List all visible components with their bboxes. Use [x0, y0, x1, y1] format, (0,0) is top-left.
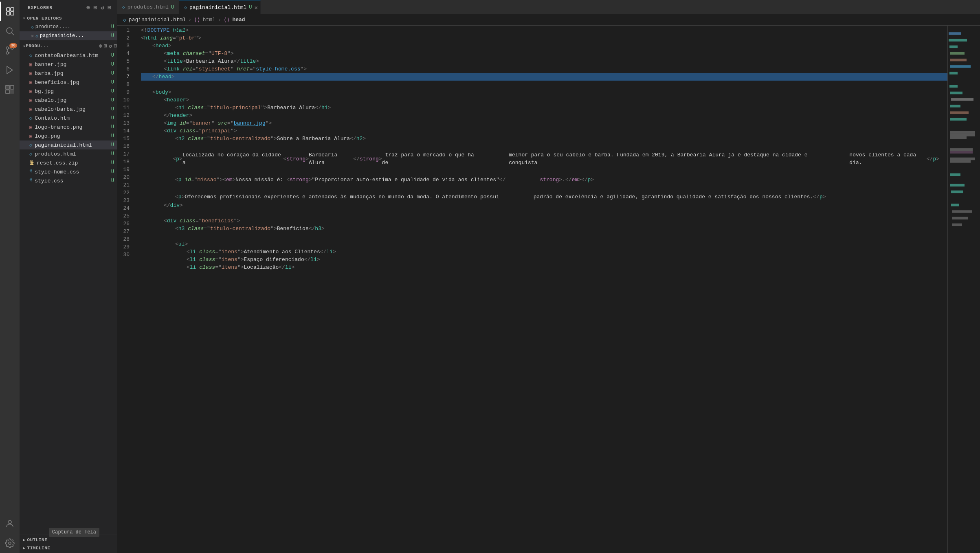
tooltip-bottom: Captura de Tela: [49, 528, 99, 537]
project-collapse-icon[interactable]: ⊟: [114, 43, 117, 49]
code-line-30: <li class="itens">Localização</li>: [141, 263, 947, 271]
account-activity-icon[interactable]: [0, 514, 20, 533]
activity-bar: 30: [0, 0, 20, 553]
code-line-4: <meta charset="UTF-8">: [141, 50, 947, 57]
tree-item-produtos[interactable]: ◇ produtos.html U: [20, 149, 117, 158]
run-activity-icon[interactable]: [0, 60, 20, 80]
tab-paginainicial[interactable]: ◇ paginainicial.html U ✕: [179, 0, 261, 14]
tree-item-contato[interactable]: ◇ contatoBarbearia.htm U: [20, 51, 117, 60]
open-editor-produtos[interactable]: ◇ produtos.... U: [20, 22, 117, 31]
code-line-3: <head>: [141, 42, 947, 50]
code-line-12: </header>: [141, 112, 947, 119]
svg-rect-20: [950, 65, 971, 68]
code-line-15: <h2 class="titulo-centralizado">Sobre a …: [141, 135, 947, 143]
tree-item-beneficios[interactable]: ▣ beneficios.jpg U: [20, 78, 117, 87]
breadcrumb-sep1: ›: [188, 17, 191, 23]
sidebar-header-icons: ⊕ ⊞ ↺ ⊟: [86, 3, 112, 12]
tree-item-cabelo[interactable]: ▣ cabelo.jpg U: [20, 96, 117, 105]
code-line-24: <div class="beneficios">: [141, 217, 947, 225]
tree-item-banner-modified: U: [111, 61, 114, 67]
ln-29: 29: [117, 243, 133, 251]
open-editor-pagina-modified: U: [111, 33, 114, 39]
ln-3: 3: [117, 42, 133, 50]
code-line-6: <link rel="stylesheet" href="style-home.…: [141, 65, 947, 73]
project-new-folder-icon[interactable]: ⊞: [104, 43, 107, 49]
file-img-icon-cabelo-barba: ▣: [29, 106, 32, 112]
tree-item-reset-name: reset.css.zip: [37, 160, 78, 166]
tree-item-banner[interactable]: ▣ banner.jpg U: [20, 60, 117, 69]
explorer-activity-icon[interactable]: [0, 2, 20, 21]
tree-item-paginainicial[interactable]: ◇ paginainicial.html U: [20, 140, 117, 149]
ln-25: 25: [117, 212, 133, 220]
tree-item-paginainicial-name: paginainicial.html: [35, 142, 92, 148]
code-line-27: <ul>: [141, 240, 947, 248]
code-line-19: <p id="missao"><em>Nossa missão é: <stro…: [141, 175, 947, 184]
timeline-section[interactable]: ▶ TIMELINE: [20, 544, 117, 552]
tree-item-style-home-name: style-home.css: [35, 169, 79, 175]
close-pagina-icon[interactable]: ✕: [31, 33, 34, 39]
svg-rect-18: [950, 52, 965, 55]
code-line-21: <p>Oferecemos profissionais experientes …: [141, 192, 947, 202]
ln-17: 17: [117, 150, 133, 158]
svg-rect-33: [950, 158, 975, 160]
file-icon-produtos: ◇: [31, 24, 34, 30]
source-control-activity-icon[interactable]: 30: [0, 41, 20, 60]
open-editors-header[interactable]: ▾ OPEN EDITORS: [20, 14, 117, 22]
project-folder-header[interactable]: ▾ PRODU... ⊕ ⊞ ↺ ⊟: [20, 41, 117, 51]
code-line-11: <h1 class="titulo-principal">Barbearia A…: [141, 104, 947, 112]
tree-item-reset[interactable]: 🗜 reset.css.zip U: [20, 158, 117, 167]
svg-rect-16: [949, 39, 967, 41]
code-line-2: <html lang="pt-br">: [141, 34, 947, 42]
tree-item-cabelo-modified: U: [111, 97, 114, 103]
tree-item-logo-branco[interactable]: ▣ logo-branco.png U: [20, 123, 117, 132]
tree-item-cabelo-barba[interactable]: ▣ cabelo+barba.jpg U: [20, 105, 117, 114]
code-area[interactable]: <!DOCTYPE html> <html lang="pt-br"> <hea…: [138, 26, 947, 553]
svg-rect-10: [6, 90, 9, 94]
open-editor-pagina[interactable]: ✕ ◇ paginainicie... U: [20, 31, 117, 40]
tree-item-style-home[interactable]: # style-home.css U: [20, 167, 117, 176]
outline-label: OUTLINE: [27, 538, 48, 542]
collapse-icon[interactable]: ⊟: [107, 3, 112, 12]
new-folder-icon[interactable]: ⊞: [93, 3, 98, 12]
file-img-icon-bg: ▣: [29, 88, 32, 94]
code-line-10: <header>: [141, 96, 947, 104]
tree-item-barba[interactable]: ▣ barba.jpg U: [20, 69, 117, 78]
svg-rect-21: [949, 72, 958, 74]
ln-26: 26: [117, 220, 133, 228]
tab-paginainicial-close[interactable]: ✕: [255, 4, 258, 11]
refresh-icon[interactable]: ↺: [100, 3, 105, 12]
line-numbers: 1 2 3 4 5 6 7 8 9 10 11 12 13 14 15 16 1…: [117, 26, 138, 553]
breadcrumb-html[interactable]: html: [203, 17, 215, 23]
ln-8: 8: [117, 81, 133, 88]
breadcrumb-head[interactable]: head: [232, 17, 245, 23]
project-refresh-icon[interactable]: ↺: [109, 43, 112, 49]
tree-item-paginainicial-modified: U: [111, 142, 114, 148]
svg-rect-25: [950, 105, 960, 107]
tab-paginainicial-label: paginainicial.html: [189, 4, 246, 11]
tree-item-bg[interactable]: ▣ bg.jpg U: [20, 87, 117, 96]
new-file-icon[interactable]: ⊕: [86, 3, 91, 12]
explorer-title: EXPLORER: [28, 5, 53, 10]
svg-point-8: [6, 52, 9, 54]
tree-item-contato-htm[interactable]: ◇ Contato.htm U: [20, 114, 117, 123]
code-line-22: </div>: [141, 202, 947, 209]
tab-bar: ◇ produtos.html U ◇ paginainicial.html U…: [117, 0, 980, 14]
ln-14: 14: [117, 127, 133, 135]
code-line-26: [141, 233, 947, 240]
breadcrumb-file[interactable]: paginainicial.html: [129, 17, 186, 23]
code-line-20: [141, 184, 947, 192]
tab-produtos[interactable]: ◇ produtos.html U: [117, 0, 179, 14]
file-img-icon-cabelo: ▣: [29, 97, 32, 103]
code-line-23: [141, 209, 947, 217]
outline-section[interactable]: ▶ OUTLINE: [20, 536, 117, 544]
search-activity-icon[interactable]: [0, 21, 20, 41]
project-new-file-icon[interactable]: ⊕: [99, 43, 102, 49]
svg-rect-3: [11, 12, 14, 15]
code-line-8: [141, 81, 947, 88]
open-editors-section: ▾ OPEN EDITORS ◇ produtos.... U ✕ ◇ pagi…: [20, 13, 117, 41]
settings-activity-icon[interactable]: [0, 533, 20, 553]
file-img-icon-banner: ▣: [29, 61, 32, 68]
tree-item-logo[interactable]: ▣ logo.png U: [20, 132, 117, 140]
extensions-activity-icon[interactable]: [0, 80, 20, 99]
tree-item-style[interactable]: # style.css U: [20, 176, 117, 185]
